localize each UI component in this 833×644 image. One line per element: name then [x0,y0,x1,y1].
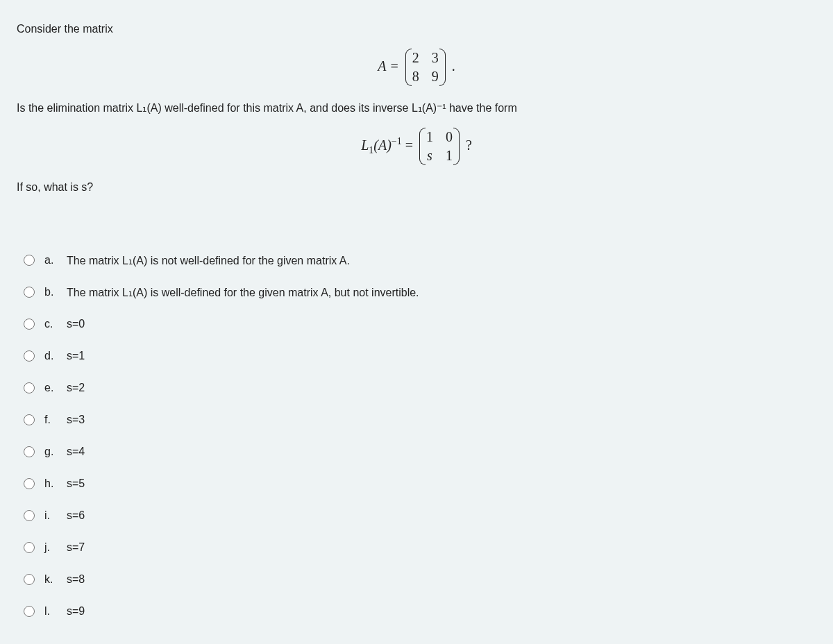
option-g-radio[interactable] [24,446,35,457]
option-h[interactable]: h. s=5 [17,468,816,500]
matrix-a-cell-11: 9 [432,69,439,85]
matrix-l-lhs: L1(A)−1 = [361,137,416,153]
option-d-radio[interactable] [24,350,35,362]
option-k-radio[interactable] [24,574,35,585]
option-k-letter: k. [44,573,57,586]
matrix-l-lhs-arg: (A) [373,137,392,153]
matrix-a-trail: . [452,58,455,74]
option-g-letter: g. [44,446,57,458]
option-g[interactable]: g. s=4 [17,436,816,468]
option-e[interactable]: e. s=2 [17,372,816,404]
option-a-letter: a. [44,254,57,266]
option-a-text: The matrix L₁(A) is not well-defined for… [67,254,350,267]
option-j-letter: j. [44,541,57,554]
option-e-letter: e. [44,382,57,394]
option-c-letter: c. [44,318,57,330]
option-l-letter: l. [44,605,57,618]
option-i-radio[interactable] [24,510,35,521]
option-j[interactable]: j. s=7 [17,532,816,564]
option-d-text: s=1 [67,350,85,362]
option-f-letter: f. [44,414,57,426]
matrix-l-lhs-L: L [361,137,369,153]
matrix-l-lhs-eq: = [402,137,416,153]
option-b-radio[interactable] [24,287,35,298]
question-tail: If so, what is s? [17,179,816,196]
option-b[interactable]: b. The matrix L₁(A) is well-defined for … [17,276,816,308]
matrix-l-cell-10: s [426,148,433,164]
option-f-radio[interactable] [24,414,35,425]
matrix-l-lhs-sup: −1 [392,136,402,146]
option-d-letter: d. [44,350,57,362]
option-k-text: s=8 [67,573,85,586]
option-l[interactable]: l. s=9 [17,595,816,627]
matrix-a-lhs: A = [378,58,398,74]
matrix-l: 1 0 s 1 [419,129,460,164]
option-b-text: The matrix L₁(A) is well-defined for the… [67,286,419,299]
option-g-text: s=4 [67,446,85,458]
option-e-text: s=2 [67,382,85,394]
option-l-radio[interactable] [24,606,35,617]
option-j-radio[interactable] [24,542,35,553]
option-c-radio[interactable] [24,319,35,330]
matrix-a: 2 3 8 9 [405,50,446,85]
option-a[interactable]: a. The matrix L₁(A) is not well-defined … [17,244,816,276]
option-b-letter: b. [44,286,57,298]
option-a-radio[interactable] [24,255,35,266]
options-group: a. The matrix L₁(A) is not well-defined … [17,244,816,627]
option-e-radio[interactable] [24,382,35,393]
option-l-text: s=9 [67,605,85,618]
option-h-text: s=5 [67,477,85,490]
matrix-a-cell-01: 3 [432,50,439,66]
matrix-l-display: L1(A)−1 = 1 0 s 1 ? [17,129,816,164]
option-j-text: s=7 [67,541,85,554]
matrix-a-display: A = 2 3 8 9 . [17,50,816,85]
option-c-text: s=0 [67,318,85,330]
option-h-radio[interactable] [24,478,35,489]
matrix-l-trail: ? [466,137,472,153]
option-d[interactable]: d. s=1 [17,340,816,372]
option-h-letter: h. [44,477,57,490]
matrix-l-cell-00: 1 [426,129,433,145]
matrix-a-cell-00: 2 [412,50,419,66]
option-k[interactable]: k. s=8 [17,564,816,595]
question-intro: Consider the matrix [17,21,816,37]
question-mid: Is the elimination matrix L₁(A) well-def… [17,100,816,117]
option-i-letter: i. [44,509,57,522]
option-i-text: s=6 [67,509,85,522]
matrix-l-cell-01: 0 [446,129,453,145]
option-c[interactable]: c. s=0 [17,308,816,340]
option-f-text: s=3 [67,414,85,426]
option-f[interactable]: f. s=3 [17,404,816,436]
option-i[interactable]: i. s=6 [17,500,816,532]
matrix-l-cell-11: 1 [446,148,453,164]
matrix-a-cell-10: 8 [412,69,419,85]
